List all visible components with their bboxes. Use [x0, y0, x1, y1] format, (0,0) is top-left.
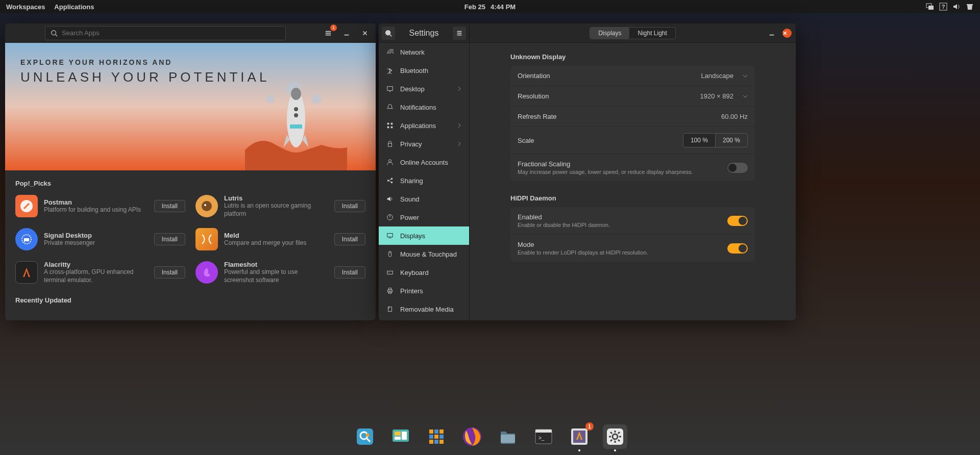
app-card[interactable]: MeldCompare and merge your files Install: [195, 225, 365, 254]
sidebar-item-mouse-touchpad[interactable]: Mouse & Touchpad: [379, 245, 469, 263]
install-button[interactable]: Install: [154, 233, 185, 245]
svg-rect-25: [387, 127, 389, 129]
sidebar-item-applications[interactable]: Applications: [379, 116, 469, 135]
app-grid: PostmanPlatform for building and using A…: [5, 191, 376, 287]
settings-header-left: Settings: [379, 23, 469, 43]
tab-displays[interactable]: Displays: [590, 28, 629, 39]
mouse-icon: [386, 250, 394, 258]
svg-rect-21: [387, 87, 393, 91]
app-card[interactable]: Signal DesktopPrivate messenger Install: [15, 225, 185, 254]
trash-icon[interactable]: [966, 3, 974, 11]
dock-item-settings[interactable]: [603, 424, 627, 449]
svg-text:?: ?: [942, 4, 945, 10]
sidebar-item-sharing[interactable]: Sharing: [379, 171, 469, 190]
fractional-scaling-toggle[interactable]: [727, 163, 748, 173]
svg-point-13: [294, 107, 298, 111]
row-orientation[interactable]: Orientation Landscape: [510, 66, 755, 86]
view-switcher: Displays Night Light: [590, 27, 676, 39]
minimize-button[interactable]: [765, 27, 778, 40]
sidebar-item-online-accounts[interactable]: Online Accounts: [379, 153, 469, 171]
network-icon: [386, 48, 394, 56]
dock-item-terminal[interactable]: >_: [531, 424, 556, 449]
tab-night-light[interactable]: Night Light: [629, 28, 675, 39]
sidebar-item-notifications[interactable]: Notifications: [379, 98, 469, 116]
sidebar-item-label: Notifications: [400, 104, 436, 111]
install-button[interactable]: Install: [334, 233, 365, 245]
workspaces-button[interactable]: Workspaces: [6, 3, 45, 11]
row-hidpi-enabled: Enabled Enable or disable the HiDPI daem…: [510, 207, 755, 235]
sidebar-item-removable-media[interactable]: Removable Media: [379, 300, 469, 318]
recently-updated-title: Recently Updated: [5, 287, 376, 308]
sidebar-item-desktop[interactable]: Desktop: [379, 80, 469, 98]
svg-rect-53: [402, 432, 407, 440]
search-icon: [51, 30, 58, 37]
svg-rect-57: [439, 429, 444, 434]
sidebar-item-displays[interactable]: Displays: [379, 226, 469, 245]
install-button[interactable]: Install: [154, 266, 185, 279]
dock-item-workspaces[interactable]: [388, 424, 413, 449]
search-button[interactable]: [382, 27, 395, 40]
minimize-button[interactable]: [340, 27, 353, 40]
banner[interactable]: EXPLORE YOUR HORIZONS AND UNLEASH YOUR P…: [5, 43, 376, 170]
install-button[interactable]: Install: [154, 200, 185, 212]
hamburger-button[interactable]: [453, 27, 466, 40]
sidebar-item-label: Displays: [400, 232, 425, 240]
dock-item-files[interactable]: [496, 424, 520, 449]
sidebar-item-sound[interactable]: Sound: [379, 190, 469, 208]
dock-item-applications[interactable]: [424, 424, 449, 449]
sidebar-item-printers[interactable]: Printers: [379, 282, 469, 300]
sidebar-item-power[interactable]: Power: [379, 208, 469, 226]
sidebar-item-privacy[interactable]: Privacy: [379, 135, 469, 153]
svg-rect-47: [357, 428, 373, 445]
settings-window: Settings NetworkBluetoothDesktopNotifica…: [379, 23, 796, 320]
svg-rect-60: [439, 435, 444, 439]
svg-text:>_: >_: [538, 435, 545, 441]
svg-rect-55: [429, 429, 433, 434]
scale-100-button[interactable]: 100 %: [683, 134, 716, 147]
dock-item-firefox[interactable]: [460, 424, 484, 449]
svg-rect-23: [387, 123, 389, 125]
updates-menu-button[interactable]: 1: [322, 27, 335, 40]
search-input[interactable]: [45, 26, 286, 40]
close-button[interactable]: [782, 29, 792, 38]
pop-shop-window: 1 EXPLORE YOUR HORIZONS AND UNLEASH YOUR…: [5, 23, 376, 320]
hidpi-enabled-toggle[interactable]: [727, 216, 748, 226]
screen-icon[interactable]: [926, 3, 934, 11]
scale-200-button[interactable]: 200 %: [716, 134, 747, 147]
svg-point-11: [291, 88, 301, 100]
install-button[interactable]: Install: [334, 266, 365, 279]
display-settings-panel: Orientation Landscape Resolution 1920 × …: [510, 66, 755, 181]
svg-rect-26: [391, 127, 393, 129]
apps-icon: [386, 121, 394, 130]
dock-item-pop-shop[interactable]: 1: [567, 424, 592, 449]
sidebar-item-label: Mouse & Touchpad: [400, 250, 457, 258]
install-button[interactable]: Install: [334, 200, 365, 212]
help-icon[interactable]: ?: [939, 3, 947, 11]
lock-icon: [386, 140, 394, 148]
hidpi-mode-toggle[interactable]: [727, 243, 748, 254]
rocket-illustration: [245, 73, 347, 170]
app-card[interactable]: AlacrittyA cross-platform, GPU enhanced …: [15, 258, 185, 287]
svg-point-16: [202, 201, 212, 211]
close-button[interactable]: [358, 27, 372, 40]
sidebar-item-network[interactable]: Network: [379, 43, 469, 61]
svg-rect-34: [387, 234, 393, 237]
svg-point-9: [266, 95, 275, 103]
sidebar-item-bluetooth[interactable]: Bluetooth: [379, 61, 469, 80]
applications-button[interactable]: Applications: [54, 3, 94, 11]
svg-point-4: [52, 30, 56, 35]
chevron-down-icon: [743, 73, 748, 79]
hidpi-panel: Enabled Enable or disable the HiDPI daem…: [510, 207, 755, 262]
app-card[interactable]: LutrisLutris is an open source gaming pl…: [195, 191, 365, 221]
sidebar-item-keyboard[interactable]: Keyboard: [379, 263, 469, 282]
app-card[interactable]: PostmanPlatform for building and using A…: [15, 191, 185, 221]
row-hidpi-mode: Mode Enable to render LoDPI displays at …: [510, 235, 755, 262]
app-card[interactable]: FlameshotPowerful and simple to use scre…: [195, 258, 365, 287]
dock-item-search[interactable]: [353, 424, 377, 449]
volume-icon[interactable]: [952, 3, 961, 11]
row-resolution[interactable]: Resolution 980 × 455: [510, 86, 755, 107]
svg-rect-58: [429, 435, 433, 439]
clock[interactable]: Feb 25 4:44 PM: [464, 3, 516, 11]
svg-line-80: [610, 440, 612, 441]
media-icon: [386, 305, 394, 313]
